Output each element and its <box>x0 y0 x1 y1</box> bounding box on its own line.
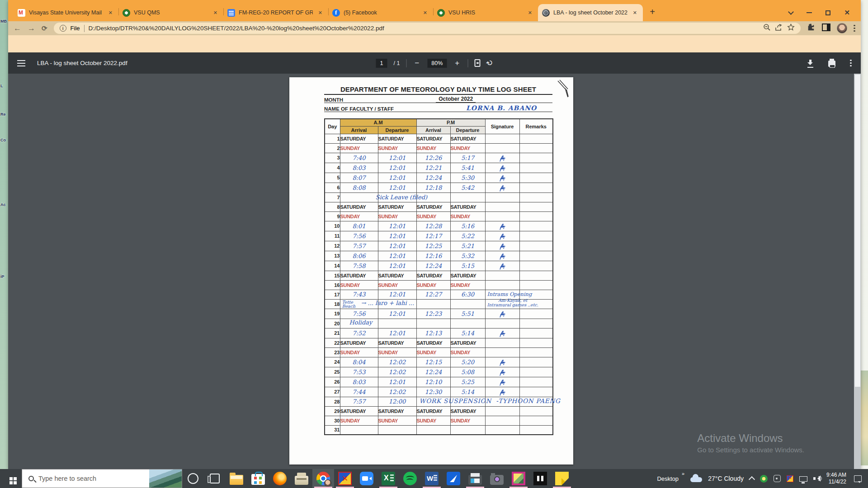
browser-tab[interactable]: LBA - log sheet October 2022.pdf✕ <box>538 4 643 21</box>
desktop-icon-label[interactable]: Re <box>0 112 8 117</box>
browser-menu-icon[interactable] <box>854 23 855 33</box>
tab-close-icon[interactable]: ✕ <box>526 9 534 17</box>
tab-close-icon[interactable]: ✕ <box>631 9 639 17</box>
desktop-toolbar-label[interactable]: Desktop <box>657 475 679 482</box>
fit-to-page-icon[interactable] <box>474 59 480 67</box>
download-icon[interactable] <box>807 60 814 66</box>
col-header-am: A.M <box>340 119 416 126</box>
start-button[interactable] <box>0 469 22 488</box>
zoom-page-icon[interactable] <box>763 23 771 33</box>
signature-cell <box>485 202 519 211</box>
extensions-puzzle-icon[interactable] <box>807 23 816 33</box>
clock[interactable]: 9:46 AM 11/4/22 <box>826 472 846 485</box>
table-row: 217:5212:0112:135:14 <box>325 328 553 338</box>
tab-title: Visayas State University Mail <box>29 9 103 16</box>
desktop-icon-label[interactable]: iP <box>0 274 8 279</box>
sticky-app-icon <box>555 472 569 485</box>
page-info-icon[interactable]: i <box>60 25 66 32</box>
taskbar-foxit-icon[interactable] <box>334 469 356 488</box>
taskbar-excel-icon[interactable] <box>377 469 399 488</box>
rotate-icon[interactable]: ↻ <box>484 57 495 69</box>
am-arrival-cell <box>340 192 378 202</box>
taskbar-printer-icon[interactable] <box>464 469 486 488</box>
tray-pdf-app-icon[interactable] <box>787 475 793 482</box>
show-hidden-icons-chevron[interactable] <box>749 476 755 483</box>
taskbar-explorer-icon[interactable] <box>226 469 247 488</box>
desktop-icon-label[interactable]: Ac <box>0 202 8 207</box>
pm-departure-cell <box>450 425 485 435</box>
maximize-button[interactable] <box>826 10 830 15</box>
zoom-in-button[interactable]: + <box>453 59 461 68</box>
weekend-cell: SATURDAY <box>450 338 485 347</box>
new-tab-button[interactable]: + <box>646 5 659 19</box>
print-icon[interactable] <box>828 61 835 67</box>
pm-arrival-cell: 12:27 <box>416 290 450 299</box>
taskbar-taskview-icon[interactable] <box>204 469 226 488</box>
tab-close-icon[interactable]: ✕ <box>212 9 219 17</box>
taskbar-zoom-icon[interactable] <box>356 469 377 488</box>
day-number: 5 <box>325 173 340 183</box>
taskbar-camera-icon[interactable] <box>486 469 508 488</box>
pdfglobe-favicon <box>542 9 550 17</box>
browser-tab[interactable]: VSU QMS✕ <box>118 4 223 21</box>
desktop-toolbar-chevron-icon[interactable]: » <box>682 471 684 476</box>
window-close-button[interactable]: ✕ <box>844 9 850 16</box>
minimize-button[interactable] <box>807 12 812 13</box>
browser-tab[interactable]: Visayas State University Mail✕ <box>14 4 118 21</box>
pdf-scrollbar[interactable] <box>854 74 861 469</box>
tab-close-icon[interactable]: ✕ <box>421 9 429 17</box>
taskbar-cortana-icon[interactable] <box>182 469 204 488</box>
pdf-menu-icon[interactable] <box>17 63 25 64</box>
zoom-level-value[interactable]: 80% <box>427 59 447 68</box>
bookmarks-bar <box>8 35 861 52</box>
pm-departure-cell: 5:14 <box>450 328 485 338</box>
tab-search-chevron-icon[interactable] <box>788 9 794 15</box>
desktop-icon-label[interactable]: Co <box>0 138 8 142</box>
taskbar-sticky-icon[interactable] <box>551 469 573 488</box>
bookmark-star-icon[interactable] <box>787 23 795 33</box>
forward-button[interactable]: → <box>28 24 35 32</box>
taskbar-spotify-icon[interactable] <box>399 469 421 488</box>
weather-text[interactable]: 27°C Cloudy <box>708 475 744 482</box>
taskbar-acrobat-icon[interactable] <box>443 469 464 488</box>
am-arrival-cell: 7:53 <box>340 367 378 377</box>
network-icon[interactable] <box>799 476 807 482</box>
reload-button[interactable]: ⟳ <box>42 24 47 32</box>
tab-close-icon[interactable]: ✕ <box>316 9 324 17</box>
taskbar-chrome-icon[interactable] <box>312 469 334 488</box>
action-center-icon[interactable] <box>854 475 862 482</box>
taskbar-word-icon[interactable] <box>421 469 443 488</box>
pdf-scrollbar-thumb[interactable] <box>855 75 860 387</box>
taskbar-store-icon[interactable] <box>247 469 269 488</box>
pdf-more-menu-icon[interactable] <box>850 58 852 68</box>
side-panel-icon[interactable] <box>822 23 830 33</box>
table-row: 58:0712:0112:245:30 <box>325 173 553 183</box>
desktop-icon-label[interactable]: L <box>0 84 8 88</box>
taskbar-search-box[interactable]: Type here to search <box>22 469 182 488</box>
weekend-cell: SUNDAY <box>416 143 450 153</box>
tab-close-icon[interactable]: ✕ <box>107 9 114 17</box>
search-highlight-image[interactable] <box>149 469 182 488</box>
page-number-input[interactable]: 1 <box>376 59 387 68</box>
weather-cloud-icon[interactable] <box>690 477 702 482</box>
volume-icon[interactable] <box>813 475 821 482</box>
tray-antivirus-icon[interactable] <box>760 475 768 483</box>
taskbar-scan-icon[interactable] <box>291 469 312 488</box>
tray-app-icon[interactable] <box>774 475 781 482</box>
taskbar-firefox-icon[interactable] <box>269 469 291 488</box>
taskbar-photos-icon[interactable] <box>508 469 529 488</box>
browser-tab[interactable]: (5) Facebook✕ <box>328 4 433 21</box>
share-icon[interactable] <box>775 24 783 33</box>
taskbar-blackapp-icon[interactable] <box>529 469 551 488</box>
tab-title: LBA - log sheet October 2022.pdf <box>553 9 627 16</box>
explorer-app-icon <box>230 475 243 485</box>
profile-avatar[interactable] <box>837 23 847 33</box>
browser-tab[interactable]: VSU HRIS✕ <box>433 4 538 21</box>
back-button[interactable]: ← <box>14 24 21 32</box>
signature-scribble <box>498 329 507 338</box>
zoom-out-button[interactable]: − <box>413 59 421 68</box>
desktop-icon-label[interactable]: MB <box>0 19 8 23</box>
browser-tab[interactable]: FM-REG-20 REPORT OF GRADE C✕ <box>223 4 328 21</box>
omnibox[interactable]: i File D:/Desktop/DTR%20&%20DAILYLOG%20S… <box>54 23 801 34</box>
pm-arrival-cell: 12:15 <box>416 357 450 367</box>
